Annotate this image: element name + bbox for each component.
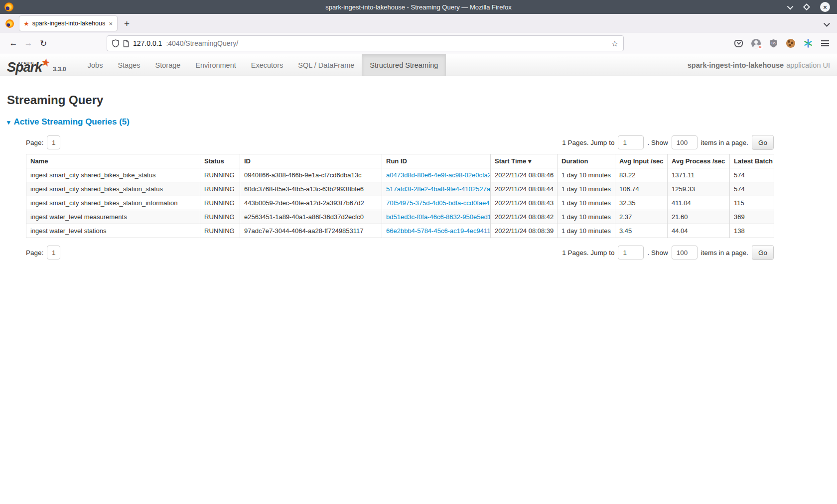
cell-id: 97adc7e7-3044-4064-aa28-ff7249853117 [240,224,382,238]
run-id-link[interactable]: 517afd3f-28e2-4ba8-9fe4-4102527a3277 [386,185,491,193]
items-label: items in a page. [701,139,748,146]
application-id: spark-ingest-into-lakehouse application … [688,54,830,76]
cell-id: 60dc3768-85e3-4fb5-a13c-63b29938bfe6 [240,182,382,196]
spark-nav-tab[interactable]: SQL / DataFrame [290,54,362,76]
spark-nav-tabs: JobsStagesStorageEnvironmentExecutorsSQL… [80,54,446,76]
spark-nav-tab[interactable]: Environment [188,54,243,76]
cell-start-time: 2022/11/24 08:08:43 [491,196,558,210]
reload-button[interactable]: ↻ [36,38,51,49]
firefox-icon [4,2,13,11]
new-tab-button[interactable]: + [124,19,130,28]
spark-nav-tab[interactable]: Executors [244,54,290,76]
cell-id: e2563451-1a89-40a1-a86f-36d37d2ecfc0 [240,210,382,224]
spark-version: 3.3.0 [53,66,66,73]
items-per-page-input[interactable] [672,246,698,259]
cell-latest-batch: 574 [730,182,774,196]
cell-status: RUNNING [200,210,240,224]
cell-avg-input: 3.45 [615,224,668,238]
browser-tab[interactable]: ★ spark-ingest-into-lakehous × [19,16,117,31]
cell-latest-batch: 115 [730,196,774,210]
go-button[interactable]: Go [752,135,774,150]
application-name: spark-ingest-into-lakehouse [688,61,784,69]
column-header[interactable]: Avg Input /sec [615,154,668,168]
run-id-link[interactable]: 66e2bbb4-5784-45c6-ac19-4ec9411c6f25 [386,227,491,235]
cell-avg-process: 44.04 [668,224,730,238]
cell-duration: 1 day 10 minutes [558,224,615,238]
column-header[interactable]: Duration [558,154,615,168]
run-id-link[interactable]: 70f54975-375d-4d05-bdfa-ccd0fae42821 [386,199,491,207]
cell-avg-input: 32.35 [615,196,668,210]
cell-duration: 1 day 10 minutes [558,196,615,210]
cell-name: ingest water_level measurements [26,210,200,224]
items-per-page-input[interactable] [672,135,698,149]
column-header[interactable]: Run ID [382,154,491,168]
container-profile-icon[interactable]: × [751,39,761,48]
svg-text:UO: UO [771,42,776,45]
menu-hamburger-icon[interactable] [821,40,829,46]
run-id-link[interactable]: bd51ed3c-f0fa-46c6-8632-950e5ed1ebe3 [386,213,491,221]
application-ui-suffix: application UI [786,61,830,69]
pocket-icon[interactable] [734,40,743,47]
list-tabs-icon[interactable] [824,20,830,27]
column-header[interactable]: Latest Batch [730,154,774,168]
cell-run-id: bd51ed3c-f0fa-46c6-8632-950e5ed1ebe3 [382,210,491,224]
window-minimize-icon[interactable] [787,3,794,9]
window-maximize-icon[interactable] [803,3,810,10]
spark-navbar: APACHE Spark ★ 3.3.0 JobsStagesStorageEn… [0,54,837,76]
window-close-icon[interactable]: × [820,2,830,12]
streaming-queries-table: NameStatusIDRun IDStart Time ▾DurationAv… [26,154,774,238]
spark-nav-tab[interactable]: Storage [148,54,188,76]
column-header[interactable]: ID [240,154,382,168]
jump-to-input[interactable] [618,135,644,149]
cell-avg-input: 83.22 [615,168,668,182]
cell-avg-input: 2.37 [615,210,668,224]
page-number-input[interactable] [47,135,60,149]
column-header[interactable]: Avg Process /sec [668,154,730,168]
pagination-bottom: Page: 1 Pages. Jump to . Show items in a… [26,245,774,260]
cell-start-time: 2022/11/24 08:08:42 [491,210,558,224]
cell-name: ingest smart_city shared_bikes_bike_stat… [26,168,200,182]
url-path: :4040/StreamingQuery/ [166,39,238,47]
cell-duration: 1 day 10 minutes [558,210,615,224]
spark-nav-tab[interactable]: Stages [110,54,147,76]
active-queries-toggle[interactable]: ▾Active Streaming Queries (5) [7,117,830,127]
cell-run-id: 66e2bbb4-5784-45c6-ac19-4ec9411c6f25 [382,224,491,238]
cell-avg-process: 1371.11 [668,168,730,182]
spark-favicon-icon: ★ [23,20,29,27]
cookie-extension-icon[interactable] [786,39,795,48]
spark-nav-tab[interactable]: Structured Streaming [362,54,446,76]
table-header-row: NameStatusIDRun IDStart Time ▾DurationAv… [26,154,774,168]
cell-status: RUNNING [200,168,240,182]
page-title: Streaming Query [7,93,830,107]
back-button[interactable]: ← [6,38,21,48]
bookmark-star-icon[interactable]: ☆ [611,39,618,48]
tab-strip: ★ spark-ingest-into-lakehous × + [0,14,837,33]
column-header[interactable]: Start Time ▾ [491,154,558,168]
cell-avg-process: 411.04 [668,196,730,210]
pagination-top: Page: 1 Pages. Jump to . Show items in a… [26,135,774,150]
cell-avg-input: 106.74 [615,182,668,196]
tab-close-icon[interactable]: × [108,20,113,27]
cell-start-time: 2022/11/24 08:08:46 [491,168,558,182]
active-queries-heading: Active Streaming Queries (5) [14,117,130,126]
cell-latest-batch: 574 [730,168,774,182]
run-id-link[interactable]: a0473d8d-80e6-4e9f-ac98-02e0cfa283dd [386,171,491,179]
table-row: ingest smart_city shared_bikes_station_s… [26,182,774,196]
asterisk-extension-icon[interactable] [804,39,813,48]
page-icon [123,40,129,47]
page-number-input[interactable] [47,246,60,259]
spark-logo[interactable]: APACHE Spark ★ 3.3.0 [7,54,66,76]
column-header[interactable]: Status [200,154,240,168]
column-header[interactable]: Name [26,154,200,168]
go-button[interactable]: Go [752,245,774,260]
window-title: spark-ingest-into-lakehouse - Streaming … [0,3,837,11]
ublock-shield-icon[interactable]: UO [769,39,778,48]
url-bar[interactable]: 127.0.0.1:4040/StreamingQuery/ ☆ [107,35,624,51]
cell-avg-process: 1259.33 [668,182,730,196]
cell-status: RUNNING [200,224,240,238]
pages-summary: 1 Pages. Jump to [562,139,614,146]
jump-to-input[interactable] [618,246,644,259]
spark-nav-tab[interactable]: Jobs [80,54,111,76]
firefox-icon [5,19,14,28]
items-label: items in a page. [701,249,748,256]
